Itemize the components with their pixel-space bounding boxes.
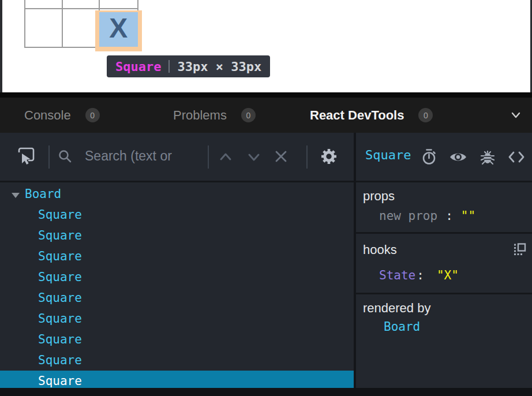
select-element-to-inspect-icon[interactable] xyxy=(17,147,36,166)
settings-gear-icon[interactable] xyxy=(320,148,338,165)
rendered-by-owner-link[interactable]: Board xyxy=(363,320,525,334)
component-name-label: Square xyxy=(38,229,82,242)
inspector-panel: Square xyxy=(356,133,532,388)
clear-search-icon[interactable] xyxy=(274,149,289,164)
props-title: props xyxy=(363,189,525,203)
component-name-label: Square xyxy=(38,312,82,326)
component-name-label: Square xyxy=(38,353,82,367)
rendered-by-section: rendered by Board xyxy=(356,294,532,388)
prop-separator: : xyxy=(445,209,453,223)
tree-row-square[interactable]: Square xyxy=(0,267,354,287)
component-name-label: Square xyxy=(38,374,82,388)
rendered-by-title: rendered by xyxy=(363,301,525,315)
tree-row-square[interactable]: Square xyxy=(0,329,354,350)
search-input[interactable]: Search (text or xyxy=(85,148,172,164)
inspected-page-view: X Square 33px × 33px xyxy=(0,0,532,92)
hook-name[interactable]: State xyxy=(379,268,415,282)
tab-label: Console xyxy=(24,108,71,123)
view-source-code-icon[interactable] xyxy=(508,150,525,164)
devtools-tab-bar: Console 0 Problems 0 React DevTools 0 xyxy=(0,98,532,133)
tree-row-square[interactable]: Square xyxy=(0,225,354,246)
hook-value[interactable]: "X" xyxy=(437,268,459,282)
hook-row[interactable]: State : "X" xyxy=(363,268,525,282)
tab-badge: 0 xyxy=(241,108,256,122)
tree-toolbar: Search (text or xyxy=(0,133,354,181)
suspend-timer-icon[interactable] xyxy=(421,148,437,166)
game-board: X xyxy=(24,0,138,48)
tree-row-square[interactable]: Square xyxy=(0,204,354,225)
board-square[interactable] xyxy=(25,0,63,9)
toolbar-divider xyxy=(306,145,308,169)
component-name-label: Square xyxy=(38,208,82,222)
props-section: props new prop : "" xyxy=(356,182,532,232)
component-tree: BoardSquareSquareSquareSquareSquareSquar… xyxy=(0,182,354,388)
tree-row-board[interactable]: Board xyxy=(0,184,354,204)
tooltip-component-name: Square xyxy=(115,59,161,74)
toolbar-divider xyxy=(208,145,209,169)
board-square[interactable] xyxy=(100,0,137,9)
prop-key[interactable]: new prop xyxy=(379,209,437,223)
panel-bottom-edge xyxy=(0,388,532,396)
tab-badge: 0 xyxy=(85,108,100,122)
tree-row-square[interactable]: Square xyxy=(0,287,354,308)
component-name-label: Square xyxy=(38,270,82,284)
components-tree-panel: Search (text or xyxy=(0,133,354,388)
prop-value[interactable]: "" xyxy=(461,209,475,223)
panel-top-edge xyxy=(0,92,532,98)
board-square-highlighted[interactable]: X xyxy=(100,9,137,47)
previous-result-icon[interactable] xyxy=(218,151,233,163)
selected-component-name: Square xyxy=(365,148,411,162)
inspector-header: Square xyxy=(356,133,532,181)
board-square[interactable] xyxy=(25,9,63,47)
hooks-section: hooks State : "X" xyxy=(356,234,532,293)
component-name-label: Square xyxy=(38,333,82,346)
tab-problems[interactable]: Problems 0 xyxy=(173,98,256,133)
tree-row-square[interactable]: Square xyxy=(0,246,354,267)
component-name-label: Square xyxy=(38,291,82,305)
tab-label: React DevTools xyxy=(310,108,404,123)
hooks-title: hooks xyxy=(363,243,525,257)
search-icon xyxy=(58,149,73,164)
inspect-dom-eye-icon[interactable] xyxy=(449,150,467,164)
collapse-panel-chevron-icon[interactable] xyxy=(509,108,523,122)
parse-hook-names-icon[interactable] xyxy=(514,243,526,256)
next-result-icon[interactable] xyxy=(246,151,261,163)
hook-separator: : xyxy=(417,268,424,282)
inspect-tooltip: Square 33px × 33px xyxy=(107,55,270,77)
expand-collapse-triangle-icon[interactable] xyxy=(12,193,20,198)
tooltip-dimensions: 33px × 33px xyxy=(177,59,261,74)
log-component-bug-icon[interactable] xyxy=(479,149,496,165)
component-name-label: Board xyxy=(25,187,61,201)
tab-console[interactable]: Console 0 xyxy=(24,98,100,133)
inspect-highlight-content: X xyxy=(99,12,138,47)
tab-badge: 0 xyxy=(418,108,433,122)
prop-row[interactable]: new prop : "" xyxy=(363,209,525,223)
react-devtools-panel: Search (text or xyxy=(0,133,532,388)
app-window: X Square 33px × 33px Console 0 Problems … xyxy=(0,0,532,396)
square-value: X xyxy=(109,14,128,44)
board-square[interactable] xyxy=(63,9,100,47)
tab-label: Problems xyxy=(173,108,227,123)
tree-row-square[interactable]: Square xyxy=(0,308,354,329)
board-square[interactable] xyxy=(63,0,100,9)
tree-row-square[interactable]: Square xyxy=(0,371,354,388)
tab-react-devtools[interactable]: React DevTools 0 xyxy=(310,98,433,133)
window-left-edge xyxy=(0,0,2,92)
component-name-label: Square xyxy=(38,249,82,263)
tooltip-divider xyxy=(168,60,170,73)
toolbar-divider xyxy=(48,145,50,169)
tree-row-square[interactable]: Square xyxy=(0,350,354,371)
